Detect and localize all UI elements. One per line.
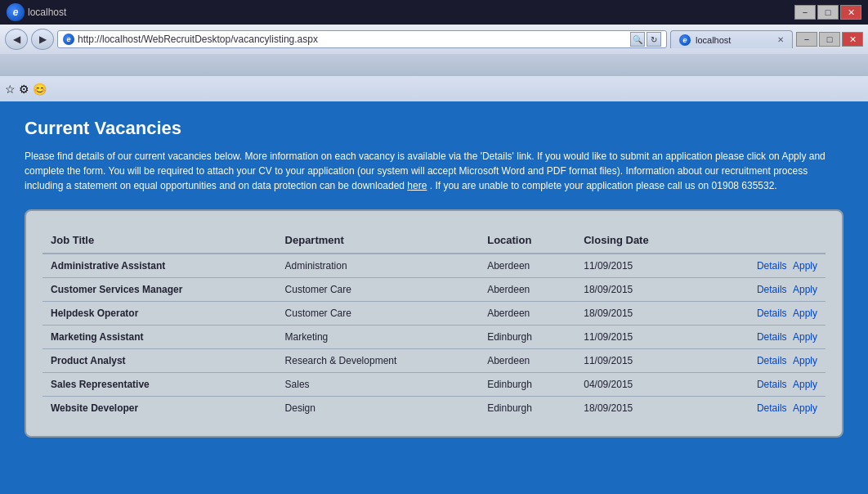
- cell-actions: Details Apply: [704, 397, 825, 420]
- search-button[interactable]: 🔍: [630, 32, 645, 47]
- table-row: Product Analyst Research & Development A…: [43, 349, 825, 373]
- favorites-icon[interactable]: ☆: [5, 83, 16, 96]
- cell-actions: Details Apply: [704, 278, 825, 302]
- table-header-row: Job Title Department Location Closing Da…: [43, 227, 825, 254]
- details-link[interactable]: Details: [757, 379, 787, 390]
- page-title: Current Vacancies: [25, 118, 843, 139]
- title-bar: e localhost − □ ✕: [0, 0, 868, 25]
- cell-department: Design: [277, 397, 480, 420]
- cell-job-title: Product Analyst: [43, 349, 277, 373]
- toolbar-bar: ☆ ⚙ 😊: [0, 75, 868, 101]
- details-link[interactable]: Details: [757, 355, 787, 366]
- details-link[interactable]: Details: [757, 260, 787, 272]
- address-actions: 🔍 ↻: [630, 32, 661, 47]
- description-suffix: . If you are unable to complete your app…: [430, 180, 777, 191]
- apply-link[interactable]: Apply: [793, 402, 817, 414]
- cell-department: Research & Development: [277, 349, 480, 373]
- forward-button[interactable]: ▶: [31, 29, 54, 50]
- cell-location: Aberdeen: [479, 302, 575, 326]
- title-bar-left: e localhost: [7, 3, 66, 21]
- address-bar-icon: e: [63, 34, 74, 45]
- browser-close-button[interactable]: ✕: [842, 32, 863, 47]
- cell-department: Administration: [277, 254, 480, 278]
- browser-minimize-button[interactable]: −: [796, 32, 817, 47]
- cell-location: Aberdeen: [479, 254, 575, 278]
- page-content: Current Vacancies Please find details of…: [0, 101, 868, 494]
- table-row: Customer Services Manager Customer Care …: [43, 278, 825, 302]
- tab-icon: e: [679, 34, 691, 46]
- cell-job-title: Administrative Assistant: [43, 254, 277, 278]
- cell-closing-date: 11/09/2015: [575, 326, 704, 349]
- apply-link[interactable]: Apply: [793, 379, 817, 390]
- cell-job-title: Marketing Assistant: [43, 326, 277, 349]
- browser-window-controls: − □ ✕: [796, 32, 863, 47]
- col-actions: [704, 227, 825, 254]
- maximize-button[interactable]: □: [817, 5, 839, 20]
- cell-closing-date: 11/09/2015: [575, 254, 704, 278]
- tab-bar: [0, 54, 868, 75]
- cell-actions: Details Apply: [704, 349, 825, 373]
- col-location: Location: [479, 227, 575, 254]
- window-controls: − □ ✕: [794, 5, 861, 20]
- address-bar-container: e http://localhost/WebRecruitDesktop/vac…: [57, 30, 667, 48]
- cell-job-title: Helpdesk Operator: [43, 302, 277, 326]
- address-bar[interactable]: e http://localhost/WebRecruitDesktop/vac…: [57, 30, 667, 48]
- cell-location: Aberdeen: [479, 349, 575, 373]
- cell-closing-date: 18/09/2015: [575, 302, 704, 326]
- apply-link[interactable]: Apply: [793, 355, 817, 366]
- cell-location: Edinburgh: [479, 326, 575, 349]
- settings-icon[interactable]: ⚙: [19, 83, 29, 96]
- vacancies-table: Job Title Department Location Closing Da…: [43, 227, 825, 420]
- browser-tab[interactable]: e localhost ✕: [670, 30, 793, 48]
- cell-actions: Details Apply: [704, 254, 825, 278]
- details-link[interactable]: Details: [757, 284, 787, 295]
- cell-department: Customer Care: [277, 302, 480, 326]
- cell-location: Edinburgh: [479, 373, 575, 397]
- table-row: Administrative Assistant Administration …: [43, 254, 825, 278]
- details-link[interactable]: Details: [757, 331, 787, 343]
- cell-location: Edinburgh: [479, 397, 575, 420]
- apply-link[interactable]: Apply: [793, 260, 817, 272]
- browser-logo-icon: e: [7, 3, 25, 21]
- cell-location: Aberdeen: [479, 278, 575, 302]
- details-link[interactable]: Details: [757, 402, 787, 414]
- cell-job-title: Sales Representative: [43, 373, 277, 397]
- col-department: Department: [277, 227, 480, 254]
- refresh-button[interactable]: ↻: [647, 32, 661, 47]
- apply-link[interactable]: Apply: [793, 308, 817, 319]
- close-button[interactable]: ✕: [840, 5, 861, 20]
- tab-title: localhost: [696, 35, 731, 45]
- cell-department: Marketing: [277, 326, 480, 349]
- cell-actions: Details Apply: [704, 326, 825, 349]
- cell-closing-date: 04/09/2015: [575, 373, 704, 397]
- emoji-icon[interactable]: 😊: [33, 83, 47, 96]
- cell-job-title: Customer Services Manager: [43, 278, 277, 302]
- nav-bar: ◀ ▶ e http://localhost/WebRecruitDesktop…: [0, 25, 868, 54]
- tab-close-button[interactable]: ✕: [777, 35, 784, 44]
- details-link[interactable]: Details: [757, 308, 787, 319]
- cell-actions: Details Apply: [704, 302, 825, 326]
- cell-department: Sales: [277, 373, 480, 397]
- table-row: Sales Representative Sales Edinburgh 04/…: [43, 373, 825, 397]
- cell-actions: Details Apply: [704, 373, 825, 397]
- here-link[interactable]: here: [407, 180, 427, 191]
- table-row: Marketing Assistant Marketing Edinburgh …: [43, 326, 825, 349]
- back-button[interactable]: ◀: [5, 29, 28, 50]
- minimize-button[interactable]: −: [794, 5, 816, 20]
- cell-closing-date: 18/09/2015: [575, 278, 704, 302]
- window-title: localhost: [28, 7, 66, 18]
- col-closing-date: Closing Date: [575, 227, 704, 254]
- apply-link[interactable]: Apply: [793, 284, 817, 295]
- cell-closing-date: 18/09/2015: [575, 397, 704, 420]
- address-text: http://localhost/WebRecruitDesktop/vacan…: [78, 34, 627, 45]
- table-body: Administrative Assistant Administration …: [43, 254, 825, 420]
- cell-closing-date: 11/09/2015: [575, 349, 704, 373]
- cell-job-title: Website Developer: [43, 397, 277, 420]
- cell-department: Customer Care: [277, 278, 480, 302]
- vacancies-table-container: Job Title Department Location Closing Da…: [25, 209, 843, 438]
- browser-maximize-button[interactable]: □: [819, 32, 840, 47]
- table-header: Job Title Department Location Closing Da…: [43, 227, 825, 254]
- apply-link[interactable]: Apply: [793, 331, 817, 343]
- page-description: Please find details of our current vacan…: [25, 149, 843, 193]
- table-row: Helpdesk Operator Customer Care Aberdeen…: [43, 302, 825, 326]
